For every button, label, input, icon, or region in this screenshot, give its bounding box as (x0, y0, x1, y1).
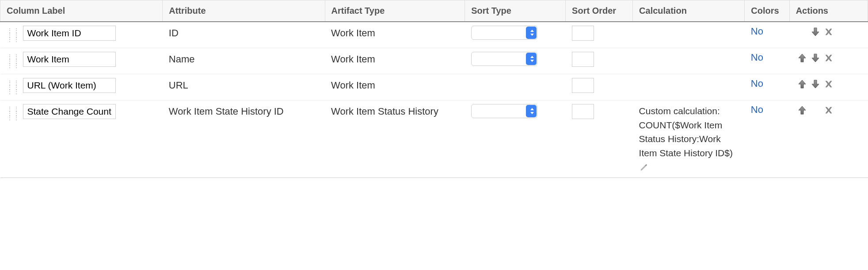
arrow-down-icon[interactable] (810, 27, 821, 37)
table-row: ⋮⋮⋮⋮⋮⋮Work Item State History IDWork Ite… (0, 100, 868, 178)
column-label-input[interactable] (23, 52, 116, 67)
artifact-type-value: Work Item (331, 78, 459, 93)
arrow-down-icon[interactable] (810, 53, 821, 63)
colors-link[interactable]: No (751, 26, 763, 37)
attribute-value: Work Item State History ID (169, 104, 319, 119)
sort-order-input[interactable] (572, 26, 594, 41)
header-actions: Actions (789, 0, 868, 22)
header-sort-type: Sort Type (465, 0, 566, 22)
drag-handle-icon[interactable]: ⋮⋮⋮⋮⋮⋮ (7, 26, 20, 42)
arrow-up-icon[interactable] (797, 79, 807, 89)
header-calculation: Calculation (633, 0, 745, 22)
sort-order-input[interactable] (572, 104, 594, 119)
drag-handle-icon[interactable]: ⋮⋮⋮⋮⋮⋮ (7, 104, 20, 120)
sort-type-select[interactable] (471, 26, 537, 40)
sort-order-input[interactable] (572, 52, 594, 67)
arrow-up-icon[interactable] (797, 105, 807, 116)
table-header-row: Column Label Attribute Artifact Type Sor… (0, 0, 868, 22)
header-colors: Colors (745, 0, 789, 22)
artifact-type-value: Work Item (331, 26, 459, 40)
columns-table: Column Label Attribute Artifact Type Sor… (0, 0, 868, 178)
delete-icon[interactable] (823, 27, 834, 37)
pencil-icon[interactable] (640, 163, 648, 171)
artifact-type-value: Work Item (331, 52, 459, 66)
artifact-type-value: Work Item Status History (331, 104, 459, 119)
drag-handle-icon[interactable]: ⋮⋮⋮⋮⋮⋮ (7, 52, 20, 68)
header-artifact-type: Artifact Type (325, 0, 465, 22)
header-column-label: Column Label (0, 0, 163, 22)
table-row: ⋮⋮⋮⋮⋮⋮URLWork ItemNo (0, 74, 868, 100)
attribute-value: URL (169, 78, 319, 93)
header-sort-order: Sort Order (566, 0, 633, 22)
delete-icon[interactable] (823, 105, 834, 116)
attribute-value: ID (169, 26, 319, 40)
drag-handle-icon[interactable]: ⋮⋮⋮⋮⋮⋮ (7, 78, 20, 94)
colors-link[interactable]: No (751, 104, 763, 115)
table-row: ⋮⋮⋮⋮⋮⋮IDWork ItemNo (0, 22, 868, 48)
delete-icon[interactable] (823, 53, 834, 63)
column-label-input[interactable] (23, 78, 116, 93)
sort-type-select[interactable] (471, 52, 537, 66)
sort-type-select[interactable] (471, 104, 537, 118)
calculation-text: Custom calculation: COUNT($Work Item Sta… (639, 106, 733, 158)
sort-order-input[interactable] (572, 78, 594, 93)
colors-link[interactable]: No (751, 52, 763, 63)
arrow-up-icon[interactable] (797, 53, 807, 63)
column-label-input[interactable] (23, 104, 116, 119)
header-attribute: Attribute (163, 0, 325, 22)
table-row: ⋮⋮⋮⋮⋮⋮NameWork ItemNo (0, 48, 868, 74)
delete-icon[interactable] (823, 79, 834, 89)
attribute-value: Name (169, 52, 319, 66)
colors-link[interactable]: No (751, 78, 763, 89)
column-label-input[interactable] (23, 26, 116, 41)
arrow-down-icon[interactable] (810, 79, 821, 89)
